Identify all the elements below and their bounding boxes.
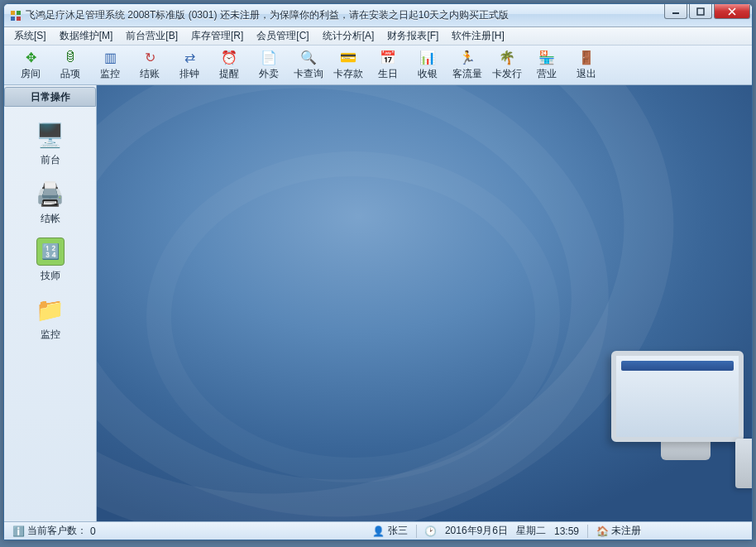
toolbar-label: 卡发行 [492, 67, 522, 81]
menu-finance[interactable]: 财务报表[F] [380, 26, 445, 46]
app-icon [9, 9, 22, 22]
front-desk-icon: 🖥️ [36, 120, 65, 150]
sidebar-technician-button[interactable]: 🔢技师 [21, 238, 80, 283]
toolbar-takeout-button[interactable]: 📄外卖 [249, 47, 289, 84]
toolbar-items-button[interactable]: 🛢品项 [50, 47, 90, 84]
toolbar-label: 提醒 [219, 67, 239, 81]
toolbar-label: 营业 [537, 67, 557, 81]
user-icon: 👤 [373, 525, 385, 537]
menu-stats[interactable]: 统计分析[A] [316, 26, 381, 46]
menu-system[interactable]: 系统[S] [7, 26, 53, 46]
sidebar-label: 监控 [41, 328, 60, 342]
monitor-icon: ▥ [102, 49, 118, 65]
toolbar-label: 房间 [21, 67, 41, 81]
body: 日常操作 🖥️前台🖨️结帐🔢技师📁监控 [4, 85, 752, 521]
status-register-text: 未注册 [611, 524, 641, 538]
toolbar-card-deposit-button[interactable]: 💳卡存款 [328, 47, 368, 84]
maximize-button[interactable] [689, 4, 712, 19]
remind-icon: ⏰ [221, 49, 237, 65]
toolbar-label: 收银 [418, 67, 438, 81]
menu-data[interactable]: 数据维护[M] [53, 26, 120, 46]
toolbar-label: 客流量 [452, 67, 482, 81]
status-customers-value: 0 [90, 525, 96, 537]
toolbar-exit-button[interactable]: 🚪退出 [567, 47, 606, 84]
traffic-icon: 🏃 [459, 49, 476, 65]
toolbar-cashier-button[interactable]: 📊收银 [408, 47, 447, 84]
card-query-icon: 🔍 [300, 49, 317, 65]
close-button[interactable] [714, 4, 750, 19]
status-customers: ℹ️ 当前客户数： 0 [7, 524, 101, 539]
toolbar-checkout-button[interactable]: ↻结账 [130, 47, 170, 84]
status-user-name: 张三 [388, 524, 408, 538]
bg-device-graphic [735, 439, 752, 488]
takeout-icon: 📄 [261, 49, 277, 65]
menu-register[interactable]: 软件注册[H] [445, 26, 510, 46]
home-icon: 🏠 [596, 525, 608, 537]
card-deposit-icon: 💳 [340, 49, 356, 65]
clock-icon: 🕑 [425, 525, 437, 537]
statusbar: ℹ️ 当前客户数： 0 👤 张三 🕑 2016年9月6日 星期二 13:59 🏠… [4, 521, 752, 540]
toolbar-business-button[interactable]: 🏪营业 [527, 47, 567, 84]
sidebar-header: 日常操作 [4, 87, 96, 107]
toolbar-label: 生日 [378, 67, 398, 81]
toolbar: ✥房间🛢品项▥监控↻结账⇄排钟⏰提醒📄外卖🔍卡查询💳卡存款📅生日📊收银🏃客流量🌴… [4, 46, 752, 85]
app-window: 飞鸿足疗沐足管理系统 2008T标准版 (0301) 还未注册，为保障你的利益，… [3, 3, 753, 540]
svg-rect-5 [697, 8, 704, 15]
menubar: 系统[S] 数据维护[M] 前台营业[B] 库存管理[R] 会员管理[C] 统计… [4, 27, 752, 46]
toolbar-schedule-button[interactable]: ⇄排钟 [170, 47, 209, 84]
status-time: 13:59 [554, 525, 579, 537]
status-datetime: 🕑 2016年9月6日 星期二 13:59 [420, 524, 584, 539]
sidebar: 日常操作 🖥️前台🖨️结帐🔢技师📁监控 [4, 85, 97, 521]
svg-rect-0 [11, 11, 15, 15]
status-customers-label: 当前客户数： [27, 524, 87, 538]
toolbar-birthday-button[interactable]: 📅生日 [368, 47, 408, 84]
menu-stock[interactable]: 库存管理[R] [184, 26, 250, 46]
status-user: 👤 张三 [368, 524, 413, 539]
toolbar-label: 卡存款 [333, 67, 363, 81]
toolbar-room-button[interactable]: ✥房间 [11, 47, 50, 84]
titlebar: 飞鸿足疗沐足管理系统 2008T标准版 (0301) 还未注册，为保障你的利益，… [4, 4, 752, 27]
card-issue-icon: 🌴 [499, 49, 515, 65]
status-weekday: 星期二 [516, 524, 546, 538]
cashier-icon: 📊 [419, 49, 436, 65]
business-icon: 🏪 [538, 49, 555, 65]
toolbar-label: 结账 [140, 67, 160, 81]
info-icon: ℹ️ [12, 525, 24, 537]
content-area [97, 85, 752, 521]
toolbar-traffic-button[interactable]: 🏃客流量 [447, 47, 487, 84]
items-icon: 🛢 [62, 49, 79, 65]
menu-member[interactable]: 会员管理[C] [250, 26, 315, 46]
toolbar-card-query-button[interactable]: 🔍卡查询 [289, 47, 328, 84]
status-register: 🏠 未注册 [591, 524, 646, 539]
status-date: 2016年9月6日 [445, 524, 508, 538]
svg-rect-2 [11, 17, 15, 21]
toolbar-label: 排钟 [179, 67, 199, 81]
sidebar-label: 前台 [41, 153, 60, 167]
sidebar-bill-button[interactable]: 🖨️结帐 [21, 179, 80, 226]
toolbar-label: 品项 [60, 67, 80, 81]
sidebar-front-desk-button[interactable]: 🖥️前台 [21, 120, 80, 167]
svg-rect-1 [17, 11, 21, 15]
toolbar-label: 监控 [100, 67, 120, 81]
sidebar-label: 结帐 [41, 212, 60, 226]
birthday-icon: 📅 [380, 49, 396, 65]
menu-front[interactable]: 前台营业[B] [119, 26, 184, 46]
exit-icon: 🚪 [578, 49, 595, 65]
window-title: 飞鸿足疗沐足管理系统 2008T标准版 (0301) 还未注册，为保障你的利益，… [26, 8, 509, 22]
window-controls [664, 4, 750, 19]
toolbar-label: 退出 [577, 67, 596, 81]
bill-icon: 🖨️ [36, 179, 65, 209]
svg-rect-3 [17, 17, 21, 21]
toolbar-remind-button[interactable]: ⏰提醒 [209, 47, 249, 84]
sidebar-monitor-side-button[interactable]: 📁监控 [21, 295, 80, 342]
minimize-button[interactable] [664, 4, 687, 19]
toolbar-monitor-button[interactable]: ▥监控 [90, 47, 130, 84]
toolbar-label: 卡查询 [294, 67, 323, 81]
schedule-icon: ⇄ [181, 49, 198, 65]
bg-monitor-graphic [611, 351, 752, 475]
bg-swirl [146, 151, 560, 482]
room-icon: ✥ [22, 49, 39, 65]
svg-rect-4 [672, 12, 679, 14]
toolbar-card-issue-button[interactable]: 🌴卡发行 [487, 47, 527, 84]
toolbar-label: 外卖 [259, 67, 279, 81]
